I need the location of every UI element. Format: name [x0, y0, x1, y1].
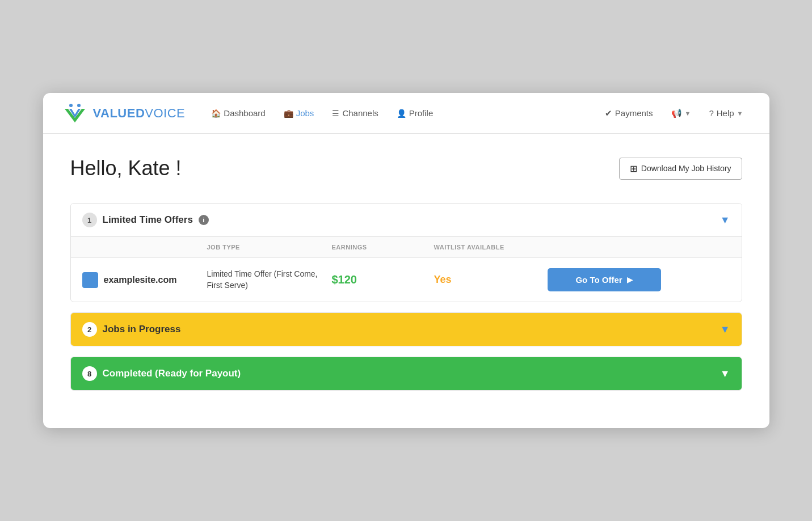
completed-title: Completed (Ready for Payout)	[103, 368, 241, 379]
main-content: Hello, Kate ! ⊞ Download My Job History …	[43, 134, 769, 428]
limited-time-body: JOB TYPE EARNINGS WAITLIST AVAILABLE exa…	[71, 236, 742, 302]
greeting-text: Hello, Kate !	[70, 156, 182, 180]
home-icon: 🏠	[211, 109, 221, 118]
nav-links: 🏠 Dashboard 💼 Jobs ☰ Channels 👤 Profile	[203, 105, 592, 121]
table-row: examplesite.com Limited Time Offer (Firs…	[71, 258, 742, 302]
help-chevron: ▼	[737, 110, 743, 117]
table-icon: ⊞	[630, 163, 637, 174]
go-to-offer-button[interactable]: Go To Offer ▶	[548, 268, 661, 291]
completed-number: 8	[82, 366, 97, 381]
jobs-in-progress-chevron: ▼	[720, 324, 730, 336]
profile-icon: 👤	[397, 109, 406, 118]
nav-help[interactable]: ? Help ▼	[701, 105, 751, 121]
limited-time-title-row: 1 Limited Time Offers i	[82, 213, 209, 227]
nav-channels[interactable]: ☰ Channels	[324, 105, 386, 121]
waitlist-cell: Yes	[434, 274, 548, 286]
table-header: JOB TYPE EARNINGS WAITLIST AVAILABLE	[71, 237, 742, 258]
jobs-in-progress-number: 2	[82, 322, 97, 337]
svg-point-0	[69, 104, 73, 107]
jobs-in-progress-section: 2 Jobs in Progress ▼	[70, 312, 742, 346]
check-icon: ✔	[605, 108, 612, 118]
limited-time-chevron: ▼	[720, 214, 730, 226]
navbar: VALUEDVOICE 🏠 Dashboard 💼 Jobs ☰ Channel…	[43, 93, 769, 134]
limited-time-number: 1	[82, 213, 97, 227]
svg-point-1	[77, 104, 81, 107]
nav-jobs[interactable]: 💼 Jobs	[276, 105, 322, 121]
limited-time-section: 1 Limited Time Offers i ▼ JOB TYPE EARNI…	[70, 203, 742, 302]
megaphone-icon: 📢	[671, 108, 682, 118]
main-card: VALUEDVOICE 🏠 Dashboard 💼 Jobs ☰ Channel…	[43, 93, 769, 428]
completed-section: 8 Completed (Ready for Payout) ▼	[70, 357, 742, 391]
channels-icon: ☰	[332, 109, 339, 118]
site-name: examplesite.com	[82, 272, 207, 288]
site-favicon	[82, 272, 98, 288]
logo[interactable]: VALUEDVOICE	[61, 100, 186, 127]
nav-right: ✔ Payments 📢 ▼ ? Help ▼	[597, 105, 751, 122]
completed-header[interactable]: 8 Completed (Ready for Payout) ▼	[71, 357, 742, 390]
download-button[interactable]: ⊞ Download My Job History	[619, 158, 742, 180]
logo-text: VALUEDVOICE	[93, 106, 186, 121]
limited-time-title: Limited Time Offers	[103, 214, 193, 226]
greeting-row: Hello, Kate ! ⊞ Download My Job History	[70, 156, 742, 180]
jobs-in-progress-title-row: 2 Jobs in Progress	[82, 322, 181, 337]
jobs-in-progress-header[interactable]: 2 Jobs in Progress ▼	[71, 313, 742, 346]
job-type-cell: Limited Time Offer (First Come, First Se…	[207, 269, 332, 291]
earnings-cell: $120	[332, 273, 434, 286]
limited-time-header[interactable]: 1 Limited Time Offers i ▼	[71, 204, 742, 236]
arrow-icon: ▶	[627, 276, 633, 284]
nav-profile[interactable]: 👤 Profile	[389, 105, 441, 121]
logo-icon	[61, 100, 89, 127]
completed-title-row: 8 Completed (Ready for Payout)	[82, 366, 241, 381]
help-icon: ?	[709, 108, 713, 118]
nav-dashboard[interactable]: 🏠 Dashboard	[203, 105, 273, 121]
completed-chevron: ▼	[720, 368, 730, 380]
jobs-in-progress-title: Jobs in Progress	[103, 324, 181, 335]
info-icon[interactable]: i	[199, 215, 209, 225]
announcements-chevron: ▼	[685, 110, 691, 117]
jobs-icon: 💼	[284, 109, 293, 118]
nav-announcements[interactable]: 📢 ▼	[663, 105, 699, 122]
nav-payments[interactable]: ✔ Payments	[597, 105, 661, 122]
